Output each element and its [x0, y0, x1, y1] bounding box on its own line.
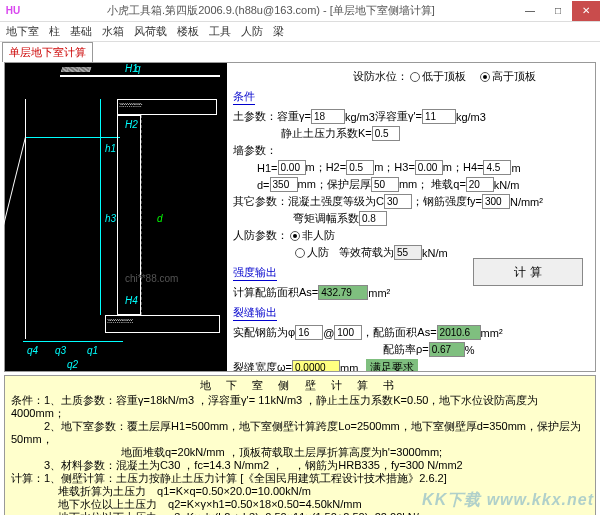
window-title: 小虎工具箱.第四版2006.9.(h88u@163.com) - [单层地下室侧…: [26, 3, 516, 18]
input-concrete[interactable]: [384, 194, 412, 209]
input-q[interactable]: [466, 177, 494, 192]
menu-tools[interactable]: 工具: [209, 24, 231, 39]
radio-above-slab[interactable]: [480, 72, 490, 82]
output-crack-width: [292, 360, 340, 371]
input-gamma[interactable]: [311, 109, 345, 124]
minimize-button[interactable]: —: [516, 1, 544, 21]
input-gamma-sub[interactable]: [422, 109, 456, 124]
input-cover[interactable]: [371, 177, 399, 192]
input-k[interactable]: [372, 126, 400, 141]
input-eq-load[interactable]: [394, 245, 422, 260]
report-title: 地 下 室 侧 壁 计 算 书: [11, 379, 589, 392]
menu-column[interactable]: 柱: [49, 24, 60, 39]
menu-beam[interactable]: 梁: [273, 24, 284, 39]
menu-tank[interactable]: 水箱: [102, 24, 124, 39]
output-as: [318, 285, 368, 300]
menu-slab[interactable]: 楼板: [177, 24, 199, 39]
menu-defense[interactable]: 人防: [241, 24, 263, 39]
calculate-button[interactable]: 计 算: [473, 258, 583, 286]
output-ratio: [429, 342, 465, 357]
input-h4[interactable]: [483, 160, 511, 175]
input-h1[interactable]: [278, 160, 306, 175]
status-ok: 满足要求: [366, 359, 418, 371]
menu-foundation[interactable]: 基础: [70, 24, 92, 39]
input-h2[interactable]: [346, 160, 374, 175]
menu-wind[interactable]: 风荷载: [134, 24, 167, 39]
input-moment-coef[interactable]: [359, 211, 387, 226]
radio-no-defense[interactable]: [290, 231, 300, 241]
app-icon: HU: [4, 2, 22, 20]
menu-basement[interactable]: 地下室: [6, 24, 39, 39]
maximize-button[interactable]: □: [544, 1, 572, 21]
group-conditions: 条件: [233, 89, 255, 105]
output-as-actual: [437, 325, 481, 340]
input-fy[interactable]: [482, 194, 510, 209]
input-h3[interactable]: [415, 160, 443, 175]
radio-defense[interactable]: [295, 248, 305, 258]
water-level-label: 设防水位：: [353, 69, 408, 84]
radio-below-slab[interactable]: [410, 72, 420, 82]
close-button[interactable]: ✕: [572, 1, 600, 21]
input-bar-dia[interactable]: [295, 325, 323, 340]
input-d[interactable]: [270, 177, 298, 192]
group-crack: 裂缝输出: [233, 305, 277, 321]
watermark: KK下载 www.kkx.net: [422, 490, 594, 511]
input-bar-spacing[interactable]: [334, 325, 362, 340]
tab-single-basement[interactable]: 单层地下室计算: [2, 42, 93, 62]
group-strength: 强度输出: [233, 265, 277, 281]
diagram-canvas: //////////////////////// q H1 :·:·:·:·:·…: [5, 63, 227, 371]
menubar: 地下室 柱 基础 水箱 风荷载 楼板 工具 人防 梁: [0, 22, 600, 42]
